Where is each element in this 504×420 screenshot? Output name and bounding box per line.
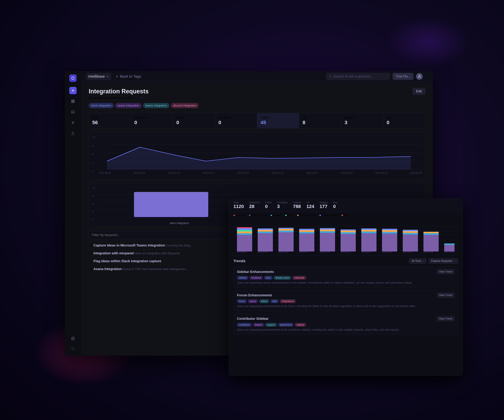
legend-support: support request (319, 214, 338, 217)
star-icon-4: ☆ (89, 268, 92, 271)
sw-stat-feature: Feature 788 (293, 201, 301, 209)
sidebar-item-hashtag[interactable] (69, 119, 77, 126)
sidebar-item-inbox[interactable] (69, 108, 77, 116)
svg-rect-65 (403, 230, 418, 231)
list-item-title-1: Capture Ideas in Microsoft Teams Integra… (94, 243, 165, 247)
tag-slack[interactable]: slack integration (89, 103, 114, 108)
stat-support[interactable]: Support 3 (341, 113, 383, 128)
svg-rect-43 (299, 232, 314, 233)
search-box[interactable]: Search or ask a question... (326, 73, 390, 80)
svg-rect-46 (320, 233, 335, 251)
legend-bug: bug (342, 214, 348, 217)
back-to-tags-button[interactable]: Back to Tags (114, 73, 143, 80)
sw-stat-bug: Bug 0 (333, 201, 337, 209)
trend-2-tag-2: layout (248, 299, 258, 303)
svg-rect-38 (278, 232, 294, 251)
svg-rect-28 (237, 235, 252, 251)
trend-card-2-title: Forum Enhancements (237, 293, 272, 297)
svg-rect-3 (73, 102, 74, 103)
view-trend-btn-3[interactable]: View Trend (437, 316, 455, 321)
sw-stat-praise: Praise 0 (265, 201, 272, 209)
edit-button[interactable]: Edit (413, 88, 425, 95)
tag-teams[interactable]: teams integration (143, 103, 169, 108)
trend-1-tag-5: subscribe (292, 276, 306, 280)
svg-rect-34 (258, 233, 273, 251)
svg-text:2023-08-14: 2023-08-14 (382, 251, 392, 253)
stat-bug[interactable]: Bug 0 (383, 113, 425, 128)
y-axis: 12 9 6 3 0 (92, 136, 95, 172)
page-header-text: Integration Requests Requests for a new … (89, 88, 149, 100)
svg-rect-2 (72, 102, 72, 103)
svg-rect-1 (73, 100, 74, 101)
trend-1-desc: Users are requesting various enhancement… (237, 281, 455, 285)
sidebar-item-grid[interactable] (69, 97, 77, 105)
sw-stat-total: Total 1120 (234, 201, 244, 209)
stacked-bar-svg: 2023-06-26 2023-07-03 2023-07-10 2023-07… (234, 221, 458, 253)
trend-3-tag-1: contributor (237, 323, 252, 327)
stat-ux[interactable]: UX 8 (299, 113, 341, 128)
chevron-down-icon (106, 75, 109, 78)
stat-total[interactable]: Total 56 (89, 113, 131, 128)
star-icon-2: ☆ (89, 252, 92, 256)
svg-rect-59 (382, 232, 397, 233)
view-trend-btn-1[interactable]: View Trend (437, 269, 455, 274)
svg-rect-39 (278, 231, 294, 232)
svg-rect-60 (382, 230, 397, 232)
svg-rect-50 (341, 234, 356, 251)
svg-rect-32 (237, 228, 252, 230)
view-trend-btn-2[interactable]: View Trend (437, 293, 455, 298)
trend-card-1-title: Sidebar Enhancements (237, 270, 274, 274)
svg-rect-47 (320, 231, 335, 233)
svg-text:2023-07-03: 2023-07-03 (258, 251, 267, 253)
sidebar-bottom (69, 335, 77, 352)
workspace-selector[interactable]: Intellibase (86, 73, 111, 80)
legend-dot-praise (285, 215, 287, 216)
page-title: Integration Requests (89, 88, 149, 95)
svg-rect-61 (382, 229, 397, 230)
svg-rect-58 (382, 233, 397, 251)
trend-3-tag-3: support (265, 323, 277, 327)
legend-dot-support (319, 215, 321, 216)
stat-questions[interactable]: Questions 0 (131, 113, 173, 128)
sidebar-item-settings[interactable] (69, 335, 77, 342)
search-icon (329, 75, 332, 78)
svg-text:2023-07-31: 2023-07-31 (341, 251, 350, 253)
svg-rect-51 (341, 232, 356, 234)
sidebar (65, 71, 81, 356)
logo-icon (71, 76, 75, 80)
feature-requests-filter[interactable]: Feature Requests (429, 258, 458, 264)
sw-stats-bar: Total 1120 Questions 28 Praise 0 Complai… (229, 198, 463, 212)
svg-rect-62 (403, 234, 418, 251)
svg-point-4 (72, 338, 73, 339)
sw-stat-ux: UX 124 (306, 201, 314, 209)
all-time-filter[interactable]: All Time (409, 258, 426, 264)
app-container: Intellibase Back to Tags Search or ask a… (35, 34, 469, 386)
trend-2-tag-1: forum (237, 299, 247, 303)
tag-discord[interactable]: discord integration (171, 103, 198, 108)
svg-rect-33 (237, 227, 252, 228)
avatar[interactable] (416, 73, 423, 80)
sw-stat-questions: Questions 28 (249, 201, 260, 209)
add-circle-icon (71, 347, 75, 350)
svg-rect-44 (299, 230, 314, 232)
chart-legend: complaint feature request question prais… (229, 212, 463, 219)
tag-asana[interactable]: asana integration (115, 103, 141, 108)
page-subtitle: Requests for a new integration (89, 96, 149, 100)
svg-rect-19 (134, 192, 208, 217)
svg-rect-68 (423, 232, 438, 233)
svg-text:2023-07-17: 2023-07-17 (299, 251, 309, 253)
trend-2-tags: forum layout status idea integrations (237, 299, 455, 303)
svg-rect-54 (361, 233, 376, 251)
list-item-title-3: Flag Ideas within Slack Integration capt… (94, 259, 162, 263)
svg-rect-42 (299, 233, 314, 251)
stat-complaint[interactable]: Complaint 0 (215, 113, 257, 128)
trend-1-tags: sidebar feedback idea display name subsc… (237, 276, 455, 280)
sidebar-item-upload[interactable] (69, 130, 77, 137)
legend-dot-complaint (234, 215, 235, 216)
sidebar-item-add-circle[interactable] (69, 345, 77, 352)
add-button[interactable] (69, 87, 77, 94)
trial-button[interactable]: Trial Pla... (393, 73, 413, 80)
stat-feature[interactable]: Feature 45 (257, 113, 299, 128)
trend-1-tag-3: idea (264, 276, 272, 280)
stat-praise[interactable]: Praise 0 (173, 113, 215, 128)
